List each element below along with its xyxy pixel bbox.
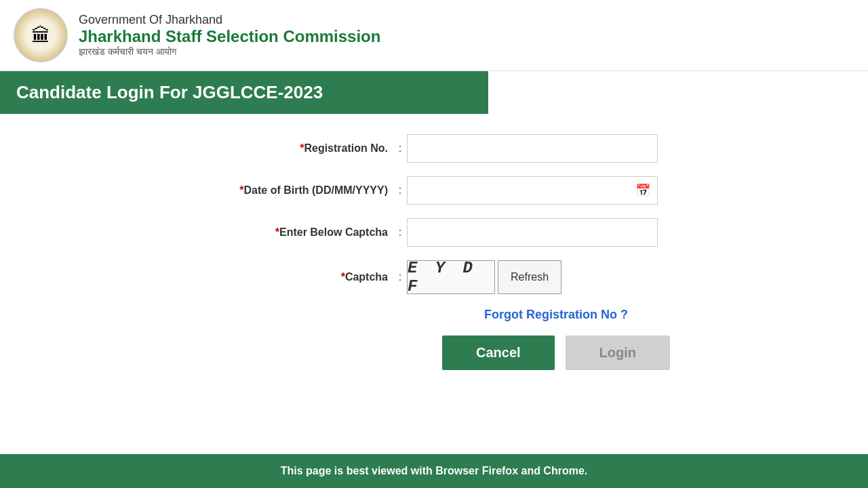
captcha-input-label: *Enter Below Captcha [163, 226, 393, 239]
buttons-row: Cancel Login [407, 336, 705, 370]
logo-icon: 🏛 [31, 24, 50, 47]
refresh-button[interactable]: Refresh [498, 260, 561, 294]
login-button[interactable]: Login [566, 336, 670, 370]
captcha-display-row: *Captcha : E Y D F Refresh [163, 260, 705, 294]
footer: This page is best viewed with Browser Fi… [0, 454, 868, 488]
forgot-link-row: Forgot Registration No ? [407, 308, 705, 322]
colon-1: : [393, 142, 407, 155]
cancel-button[interactable]: Cancel [442, 336, 555, 370]
colon-4: : [393, 271, 407, 283]
dob-input[interactable] [408, 177, 629, 204]
hindi-name: झारखंड कर्मचारी चयन आयोग [79, 46, 380, 58]
captcha-text-input[interactable] [407, 218, 658, 247]
gov-name: Government Of Jharkhand [79, 13, 380, 27]
header: 🏛 Government Of Jharkhand Jharkhand Staf… [0, 0, 868, 71]
captcha-input-row: *Enter Below Captcha : [163, 218, 705, 247]
page-banner: Candidate Login For JGGLCCE-2023 [0, 71, 488, 114]
dob-label: *Date of Birth (DD/MM/YYYY) [163, 184, 393, 197]
colon-3: : [393, 226, 407, 239]
org-name: Jharkhand Staff Selection Commission [79, 27, 380, 46]
dob-input-wrapper[interactable]: 📅 [407, 176, 658, 205]
registration-row: *Registration No. : [163, 134, 705, 163]
calendar-icon[interactable]: 📅 [629, 183, 657, 198]
captcha-display: E Y D F Refresh [407, 260, 561, 294]
logo: 🏛 [14, 8, 68, 62]
main-content: *Registration No. : *Date of Birth (DD/M… [0, 114, 868, 454]
header-text: Government Of Jharkhand Jharkhand Staff … [79, 13, 380, 58]
banner-title: Candidate Login For JGGLCCE-2023 [16, 82, 323, 102]
forgot-registration-link[interactable]: Forgot Registration No ? [484, 308, 628, 322]
colon-2: : [393, 184, 407, 197]
registration-input[interactable] [407, 134, 658, 163]
login-form: *Registration No. : *Date of Birth (DD/M… [163, 134, 705, 370]
captcha-label: *Captcha [163, 271, 393, 283]
captcha-image: E Y D F [407, 260, 495, 294]
registration-label: *Registration No. [163, 142, 393, 155]
footer-text: This page is best viewed with Browser Fi… [281, 465, 588, 476]
dob-row: *Date of Birth (DD/MM/YYYY) : 📅 [163, 176, 705, 205]
